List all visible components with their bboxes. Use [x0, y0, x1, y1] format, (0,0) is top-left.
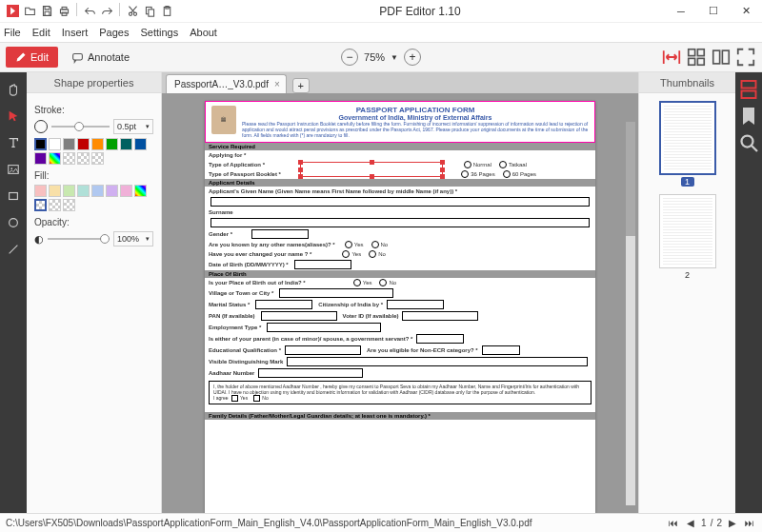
- village-input[interactable]: [279, 288, 393, 298]
- stroke-swatch[interactable]: [91, 138, 104, 150]
- rect-tool[interactable]: [2, 183, 25, 209]
- marital-input[interactable]: [255, 300, 312, 309]
- radio-tatkaal[interactable]: Tatkaal: [499, 161, 527, 168]
- stroke-swatch[interactable]: [77, 138, 90, 150]
- menu-file[interactable]: File: [4, 27, 21, 38]
- fill-swatch[interactable]: [77, 185, 90, 197]
- agree-yes-checkbox[interactable]: [231, 395, 238, 402]
- copy-icon[interactable]: [141, 3, 158, 20]
- stroke-swatch[interactable]: [49, 138, 61, 150]
- chevron-down-icon[interactable]: ▼: [391, 53, 398, 62]
- stroke-none[interactable]: [91, 152, 104, 165]
- given-name-input[interactable]: [211, 197, 590, 207]
- stroke-swatch[interactable]: [134, 138, 147, 150]
- dist-mark-input[interactable]: [287, 357, 588, 366]
- open-icon[interactable]: [21, 3, 38, 20]
- maximize-button[interactable]: ☐: [697, 0, 730, 23]
- stroke-width-slider[interactable]: [51, 126, 110, 128]
- minimize-button[interactable]: ─: [665, 0, 697, 23]
- radio-no[interactable]: No: [379, 279, 396, 286]
- zoom-in-button[interactable]: +: [404, 49, 421, 66]
- stroke-width-value[interactable]: 0.5pt ▾: [113, 119, 153, 134]
- radio-no[interactable]: No: [371, 241, 389, 248]
- bookmarks-tab[interactable]: [737, 103, 760, 129]
- dob-input[interactable]: [294, 260, 351, 269]
- fill-none[interactable]: [49, 199, 61, 211]
- edit-mode-button[interactable]: Edit: [6, 47, 58, 68]
- thumbnail-page-2[interactable]: [659, 194, 716, 268]
- image-tool[interactable]: [2, 156, 25, 183]
- radio-36pages[interactable]: 36 Pages: [461, 170, 494, 178]
- radio-yes[interactable]: Yes: [342, 250, 361, 258]
- paste-icon[interactable]: [158, 3, 175, 20]
- save-icon[interactable]: [38, 3, 55, 20]
- circle-tool[interactable]: [2, 209, 25, 236]
- fill-none[interactable]: [63, 199, 75, 211]
- gender-input[interactable]: [251, 229, 309, 239]
- edu-input[interactable]: [285, 345, 361, 355]
- surname-input[interactable]: [211, 218, 590, 227]
- non-ecr-input[interactable]: [482, 345, 520, 355]
- cut-icon[interactable]: [124, 3, 141, 20]
- fill-swatch[interactable]: [49, 185, 61, 197]
- parent-govt-input[interactable]: [416, 334, 464, 344]
- pan-input[interactable]: [261, 311, 337, 321]
- close-tab-icon[interactable]: ×: [274, 79, 280, 89]
- fill-none[interactable]: [34, 199, 47, 211]
- menu-edit[interactable]: Edit: [32, 27, 50, 38]
- agree-no-checkbox[interactable]: [253, 395, 260, 402]
- search-tab[interactable]: [737, 129, 760, 156]
- stroke-none[interactable]: [63, 152, 75, 165]
- citizenship-input[interactable]: [387, 300, 444, 309]
- undo-icon[interactable]: [81, 3, 98, 20]
- radio-yes[interactable]: Yes: [345, 241, 364, 248]
- stroke-swatch[interactable]: [34, 138, 47, 150]
- aadhaar-input[interactable]: [258, 368, 363, 378]
- document-page[interactable]: 🏛 PASSPORT APPLICATION FORM Government o…: [205, 101, 595, 513]
- text-tool[interactable]: [2, 129, 25, 156]
- fill-swatch[interactable]: [106, 185, 118, 197]
- zoom-value[interactable]: 75%: [364, 51, 385, 63]
- stroke-swatch[interactable]: [63, 138, 75, 150]
- fill-color-picker[interactable]: [134, 185, 147, 197]
- hand-tool[interactable]: [2, 76, 25, 103]
- radio-60pages[interactable]: 60 Pages: [503, 170, 536, 178]
- zoom-out-button[interactable]: −: [341, 49, 358, 66]
- opacity-value[interactable]: 100% ▾: [113, 231, 153, 246]
- page-width-icon[interactable]: [661, 47, 682, 68]
- menu-settings[interactable]: Settings: [140, 27, 178, 38]
- stroke-swatch[interactable]: [106, 138, 118, 150]
- opacity-slider[interactable]: [48, 238, 110, 240]
- redo-icon[interactable]: [98, 3, 115, 20]
- employment-input[interactable]: [267, 323, 381, 332]
- fullscreen-icon[interactable]: [735, 47, 756, 68]
- voter-input[interactable]: [402, 311, 478, 321]
- fill-swatch[interactable]: [34, 185, 47, 197]
- close-button[interactable]: ✕: [730, 0, 762, 23]
- stroke-style-icon[interactable]: [34, 120, 48, 133]
- menu-insert[interactable]: Insert: [62, 27, 89, 38]
- print-icon[interactable]: [55, 3, 72, 20]
- two-page-icon[interactable]: [711, 47, 732, 68]
- thumbnails-tab[interactable]: [737, 76, 760, 103]
- document-tab[interactable]: PassportA…_V3.0.pdf ×: [166, 74, 287, 93]
- add-tab-button[interactable]: +: [292, 78, 310, 93]
- annotate-mode-button[interactable]: Annotate: [64, 47, 137, 68]
- radio-yes[interactable]: Yes: [353, 279, 372, 286]
- grid-view-icon[interactable]: [686, 47, 707, 68]
- select-tool[interactable]: [2, 103, 25, 129]
- line-tool[interactable]: [2, 236, 25, 263]
- stroke-none[interactable]: [77, 152, 90, 165]
- fill-swatch[interactable]: [63, 185, 75, 197]
- prev-page-button[interactable]: ◀: [684, 518, 697, 528]
- radio-no[interactable]: No: [369, 250, 386, 258]
- menu-about[interactable]: About: [190, 27, 217, 38]
- vertical-scrollbar[interactable]: [626, 122, 635, 505]
- current-page[interactable]: 1: [701, 518, 707, 528]
- stroke-swatch[interactable]: [34, 152, 47, 165]
- first-page-button[interactable]: ⏮: [667, 518, 680, 528]
- last-page-button[interactable]: ⏭: [743, 518, 756, 528]
- radio-normal[interactable]: Normal: [464, 161, 491, 168]
- menu-pages[interactable]: Pages: [99, 27, 129, 38]
- next-page-button[interactable]: ▶: [726, 518, 739, 528]
